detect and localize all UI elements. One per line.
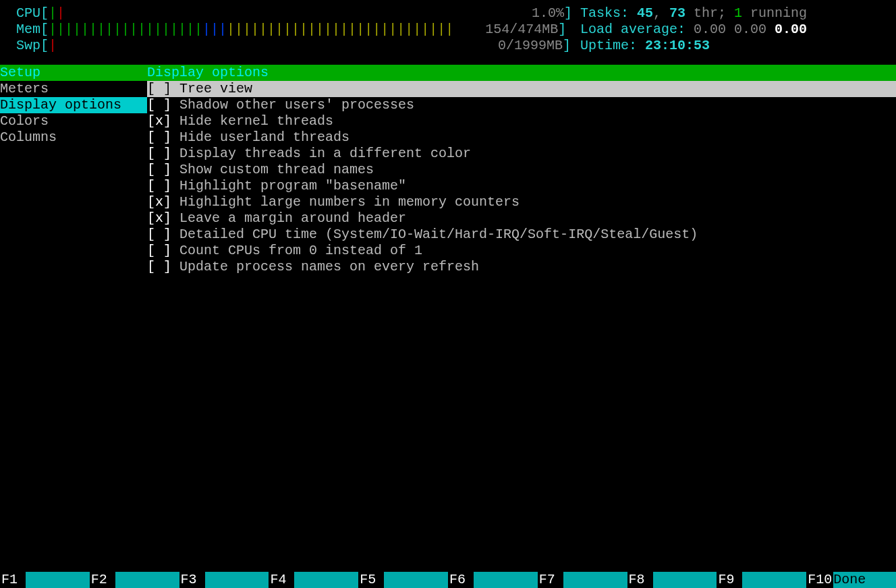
checkbox-bracket-open: [ [147,162,155,178]
option-label: Hide userland threads [179,129,349,146]
checkbox-bracket-close: ] [163,227,171,243]
fnkey-key: F10 [806,572,833,588]
fnkey-f4[interactable]: F4 [269,572,358,588]
option-label: Update process names on every refresh [179,259,479,275]
swp-meter-value: 0/1999MB [498,38,563,53]
display-options-list: [ ]Tree view[ ]Shadow other users' proce… [147,81,896,275]
cpu-meter-label: CPU [0,5,40,21]
checkbox-mark [155,162,163,178]
option-row[interactable]: [x]Hide kernel threads [147,113,896,129]
option-row[interactable]: [ ]Update process names on every refresh [147,259,896,275]
load-label: Load average: [580,22,685,37]
fnkey-key: F1 [0,572,26,588]
tasks-label: Tasks: [580,5,629,21]
threads-count: 73 [669,5,685,21]
fnkey-f10[interactable]: F10Done [806,572,896,588]
fnkey-f6[interactable]: F6 [448,572,538,588]
fnkey-label [742,572,806,588]
option-row[interactable]: [ ]Detailed CPU time (System/IO-Wait/Har… [147,227,896,243]
option-row[interactable]: [ ]Highlight program "basename" [147,178,896,194]
checkbox-bracket-close: ] [163,210,171,227]
mem-meter-label: Mem [0,22,40,37]
fnkey-label [653,572,717,588]
fnkey-label [294,572,358,588]
option-row[interactable]: [ ]Display threads in a different color [147,146,896,162]
fnkey-label [474,572,538,588]
checkbox-bracket-close: ] [163,113,171,129]
fnkey-f3[interactable]: F3 [179,572,269,588]
uptime-value: 23:10:53 [645,38,710,53]
sidebar-item-display-options[interactable]: Display options [0,97,147,113]
load-1: 0.00 [694,22,726,37]
header: CPU[||1.0%] Tasks: 45, 73 thr; 1 running… [0,0,896,57]
option-label: Shadow other users' processes [179,97,414,113]
checkbox-mark: x [155,210,163,227]
option-label: Display threads in a different color [179,146,471,162]
checkbox-bracket-close: ] [163,97,171,113]
checkbox-bracket-open: [ [147,227,155,243]
checkbox-bracket-open: [ [147,259,155,275]
fnkey-f9[interactable]: F9 [717,572,806,588]
checkbox-mark: x [155,194,163,210]
option-row[interactable]: [x]Highlight large numbers in memory cou… [147,194,896,210]
fnkey-f8[interactable]: F8 [627,572,717,588]
fnkey-key: F4 [269,572,294,588]
swp-meter-bar: | [49,38,57,54]
fnkey-label [205,572,269,588]
fnkey-label [26,572,90,588]
fnkey-key: F6 [448,572,474,588]
running-count: 1 [734,5,742,21]
checkbox-bracket-close: ] [163,81,171,97]
mem-meter-value: 154/474MB [485,22,558,37]
checkbox-mark [155,227,163,243]
uptime-label: Uptime: [580,38,637,53]
fnkey-f5[interactable]: F5 [358,572,448,588]
option-row[interactable]: [ ]Show custom thread names [147,162,896,178]
checkbox-bracket-open: [ [147,129,155,146]
fnkey-key: F5 [358,572,384,588]
checkbox-mark [155,259,163,275]
option-label: Show custom thread names [179,162,374,178]
fnkey-key: F3 [179,572,205,588]
bracket-close: ] [564,5,572,21]
fnkey-f7[interactable]: F7 [538,572,627,588]
sidebar-item-colors[interactable]: Colors [0,113,147,129]
option-label: Highlight large numbers in memory counte… [179,194,520,210]
checkbox-mark [155,97,163,113]
cpu-meter-bar: || [49,5,65,22]
checkbox-bracket-open: [ [147,210,155,227]
checkbox-mark [155,243,163,259]
bracket-open: [ [40,5,49,21]
option-row[interactable]: [ ]Tree view [147,81,896,97]
checkbox-bracket-close: ] [163,146,171,162]
fnkey-label [563,572,627,588]
checkbox-bracket-close: ] [163,194,171,210]
load-2: 0.00 [734,22,766,37]
sidebar-item-columns[interactable]: Columns [0,129,147,146]
panel-title: Display options [147,65,896,81]
option-row[interactable]: [ ]Hide userland threads [147,129,896,146]
fnkey-key: F7 [538,572,563,588]
checkbox-bracket-open: [ [147,194,155,210]
checkbox-bracket-open: [ [147,146,155,162]
fnkey-key: F8 [627,572,653,588]
option-row[interactable]: [x]Leave a margin around header [147,210,896,227]
checkbox-bracket-open: [ [147,81,155,97]
cpu-meter-value: 1.0% [532,5,564,21]
option-row[interactable]: [ ]Shadow other users' processes [147,97,896,113]
load-3: 0.00 [775,22,807,37]
option-label: Tree view [179,81,252,97]
sidebar-title: Setup [0,65,147,81]
checkbox-mark [155,178,163,194]
fnkey-f2[interactable]: F2 [90,572,179,588]
option-row[interactable]: [ ]Count CPUs from 0 instead of 1 [147,243,896,259]
checkbox-bracket-open: [ [147,113,155,129]
mem-meter-bar: ||||||||||||||||||||||||||||||||||||||||… [49,22,453,38]
option-label: Hide kernel threads [179,113,333,129]
sidebar-item-meters[interactable]: Meters [0,81,147,97]
setup-sidebar: MetersDisplay optionsColorsColumns [0,81,147,275]
checkbox-bracket-close: ] [163,178,171,194]
checkbox-bracket-close: ] [163,243,171,259]
fnkey-f1[interactable]: F1 [0,572,90,588]
fnkey-label [115,572,179,588]
